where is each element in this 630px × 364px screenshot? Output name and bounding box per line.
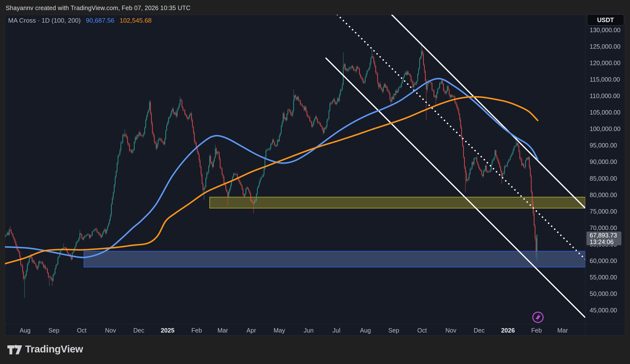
price-axis-label: 95,000.00 — [590, 142, 617, 149]
indicator-legend[interactable]: MA Cross · 1D (100, 200) 90,687.56 102,5… — [8, 17, 152, 24]
dotted-trendline[interactable] — [334, 15, 585, 259]
time-axis-label: Aug — [352, 326, 379, 334]
price-axis-label: 115,000.00 — [590, 76, 620, 83]
channel-trendline-1[interactable] — [326, 58, 585, 318]
price-axis-label: 55,000.00 — [590, 274, 617, 281]
time-axis-label: Nov — [437, 326, 464, 334]
time-axis-label: Aug — [12, 326, 39, 334]
ma200-value: 102,545.68 — [120, 17, 152, 24]
channel-trendline-0[interactable] — [389, 15, 585, 208]
time-axis-label: Oct — [68, 326, 95, 334]
candlestick-chart — [5, 15, 585, 324]
axis-separator-vertical — [585, 15, 586, 336]
tradingview-logo-icon — [8, 342, 22, 356]
price-axis-label: 80,000.00 — [590, 191, 617, 198]
time-axis-label: Nov — [97, 326, 124, 334]
time-axis-label: 2026 — [494, 326, 522, 334]
time-axis-label: Dec — [466, 326, 493, 334]
footer-brand: TradingView — [8, 342, 83, 356]
support-zone[interactable] — [84, 251, 585, 267]
time-axis-label: Oct — [408, 326, 436, 334]
price-axis-label: 120,000.00 — [590, 59, 620, 67]
time-axis-label: Sep — [380, 326, 407, 334]
time-axis-label: Jul — [323, 326, 350, 334]
price-axis-label: 110,000.00 — [590, 92, 620, 100]
price-axis-label: 75,000.00 — [590, 208, 617, 215]
currency-toggle-button[interactable]: USDT — [587, 14, 624, 25]
ma100-value: 90,687.56 — [86, 17, 114, 24]
last-price-value: 67,893.73 — [590, 232, 622, 239]
time-axis-label: Mar — [549, 326, 576, 334]
down-candle-bodies — [8, 51, 536, 281]
legend-label: MA Cross · 1D (100, 200) — [8, 17, 81, 24]
bar-countdown: 13:24:06 — [590, 239, 622, 245]
ma200-line[interactable] — [5, 97, 538, 264]
down-candle-wicks — [8, 50, 536, 286]
price-axis-label: 130,000.00 — [590, 26, 620, 34]
price-axis-label: 100,000.00 — [590, 125, 620, 133]
time-axis-label: Sep — [40, 326, 68, 334]
price-axis-label: 125,000.00 — [590, 43, 620, 50]
time-axis-label: Dec — [125, 326, 152, 334]
time-axis-label: May — [266, 326, 293, 334]
price-axis-label: 50,000.00 — [590, 290, 617, 297]
resistance-zone[interactable] — [210, 197, 585, 208]
brand-name: TradingView — [25, 343, 83, 355]
price-axis-label: 85,000.00 — [590, 175, 617, 182]
time-axis-label: Feb — [523, 326, 550, 334]
price-axis-label: 90,000.00 — [590, 158, 617, 166]
last-price-label: 67,893.73 13:24:06 — [586, 231, 622, 245]
time-axis-label: Feb — [183, 326, 210, 334]
price-axis-label: 70,000.00 — [590, 224, 617, 231]
lightning-icon — [536, 313, 541, 322]
tradingview-snapshot-page: Shayannv created with TradingView.com, F… — [0, 0, 630, 364]
price-axis-label: 60,000.00 — [590, 257, 617, 264]
chart-canvas[interactable] — [5, 15, 585, 324]
snapshot-attribution: Shayannv created with TradingView.com, F… — [6, 4, 190, 11]
axis-separator-horizontal — [5, 324, 625, 324]
up-candle-bodies — [5, 51, 538, 281]
price-axis-label: 105,000.00 — [590, 109, 620, 116]
time-axis-label: Apr — [238, 326, 265, 334]
time-axis-label: Jun — [295, 326, 322, 334]
price-axis-label: 45,000.00 — [590, 307, 617, 314]
time-axis-label: 2025 — [154, 326, 181, 334]
time-axis-label: Mar — [209, 326, 236, 334]
